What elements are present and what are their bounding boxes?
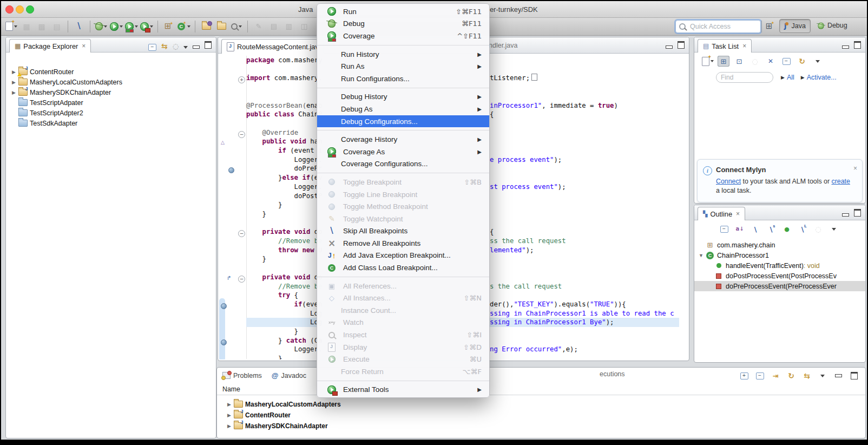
link-activate[interactable]: Activate... bbox=[807, 74, 837, 81]
menu-item-debug-configurations[interactable]: Debug Configurations... bbox=[317, 115, 489, 128]
view-menu-button[interactable] bbox=[828, 224, 840, 234]
breakpoint-icon[interactable] bbox=[221, 303, 227, 309]
scheduled-button[interactable]: ⊡ bbox=[733, 56, 745, 67]
column-header-name[interactable]: Name bbox=[217, 384, 865, 395]
close-icon[interactable]: × bbox=[82, 42, 86, 50]
hide-nonpublic-button[interactable]: ● bbox=[781, 224, 793, 234]
outline-item-com-mashery-chain[interactable]: ⊞com.mashery.chain bbox=[694, 240, 865, 250]
table-row-contentrouter[interactable]: ▶JContentRouter bbox=[217, 410, 865, 420]
minimize-button[interactable] bbox=[842, 41, 849, 51]
collapse-all-button[interactable]: − bbox=[754, 370, 766, 381]
outline-tree[interactable]: ⊞com.mashery.chain▼CChainProcessor1handl… bbox=[694, 240, 865, 362]
menu-item-run[interactable]: Run⇧⌘F11 bbox=[317, 5, 489, 18]
menu-item-coverage-configurations[interactable]: Coverage Configurations... bbox=[317, 158, 489, 171]
focus-button[interactable]: ◌ bbox=[173, 41, 179, 51]
menu-item-external-tools[interactable]: External Tools▶ bbox=[317, 384, 489, 396]
menu-item-run-as[interactable]: Run As▶ bbox=[317, 60, 489, 73]
view-menu-button[interactable] bbox=[812, 56, 824, 67]
toolbar-search-button[interactable] bbox=[229, 19, 244, 33]
reuse-editor-button[interactable]: ⇥ bbox=[770, 370, 781, 381]
tree-item-testscriptadpter2[interactable]: TestScriptAdpter2 bbox=[6, 108, 216, 118]
menu-item-remove-all-breakpoints[interactable]: ×Remove All Breakpoints bbox=[317, 237, 489, 250]
toolbar-open-task-button[interactable] bbox=[199, 19, 213, 33]
close-icon[interactable]: × bbox=[736, 210, 740, 218]
new-task-button[interactable] bbox=[702, 56, 714, 67]
menu-item-coverage[interactable]: Coverage^⇧F11 bbox=[317, 30, 489, 42]
link-editor-button[interactable]: ⇆ bbox=[801, 370, 813, 381]
tab-editor-inactive[interactable]: ndler.java bbox=[489, 42, 518, 49]
view-menu-button[interactable] bbox=[183, 41, 188, 51]
tab-editor-active[interactable]: RouteMessageContent.jav bbox=[221, 39, 324, 54]
outline-item-handleevent-trafficevent[interactable]: handleEvent(TrafficEvent) : void bbox=[694, 260, 865, 271]
tree-item-testsdkadapter[interactable]: TestSdkAdapter bbox=[6, 118, 216, 128]
zoom-window-button[interactable] bbox=[26, 5, 34, 14]
refresh-button[interactable]: ↻ bbox=[785, 370, 797, 381]
hide-static-button[interactable]: \s bbox=[765, 224, 777, 234]
tree-item-contentrouter[interactable]: ▶JContentRouter bbox=[6, 67, 216, 77]
toolbar-new-wizard-button[interactable] bbox=[4, 19, 18, 33]
outline-item-chainprocessor1[interactable]: ▼CChainProcessor1 bbox=[694, 250, 865, 260]
menu-item-debug[interactable]: Debug⌘F11 bbox=[317, 18, 489, 30]
mylyn-connect-link[interactable]: Connect bbox=[716, 178, 741, 185]
tab-outline[interactable]: ▚ Outline × bbox=[698, 207, 745, 220]
fold-minus-icon[interactable]: − bbox=[238, 131, 245, 138]
categorized-button[interactable]: ⊞ bbox=[718, 56, 729, 67]
package-explorer-tree[interactable]: ▶JContentRouter▶MasheryLocalCustomAdapte… bbox=[6, 55, 216, 438]
minimize-button[interactable] bbox=[842, 209, 849, 219]
toolbar-debug-button[interactable] bbox=[94, 19, 108, 33]
table-row-masherylocalcustomadapters[interactable]: ▶MasheryLocalCustomAdapters bbox=[217, 399, 865, 409]
menu-item-debug-history[interactable]: Debug History▶ bbox=[317, 91, 489, 103]
table-row-masherysdkchainadapter[interactable]: ▶JMasherySDKChainAdapter bbox=[217, 421, 865, 431]
hide-fields-button[interactable]: \ bbox=[749, 224, 761, 234]
close-icon[interactable]: × bbox=[742, 42, 746, 50]
tab-partial[interactable]: ecutions bbox=[600, 370, 625, 378]
synchronize-button[interactable]: ↻ bbox=[796, 56, 808, 67]
collapse-all-button[interactable]: − bbox=[718, 224, 730, 234]
tab-package-explorer[interactable]: ▦ Package Explorer × bbox=[9, 39, 91, 53]
minimize-button[interactable] bbox=[832, 370, 844, 381]
menu-item-coverage-as[interactable]: Coverage As▶ bbox=[317, 146, 489, 158]
fold-plus-icon[interactable]: + bbox=[238, 76, 245, 83]
breakpoint-icon[interactable] bbox=[228, 167, 234, 173]
toolbar-coverage-button[interactable] bbox=[124, 19, 139, 33]
tree-item-masherylocalcustomadapters[interactable]: ▶MasheryLocalCustomAdapters bbox=[6, 77, 216, 87]
hide-local-button[interactable]: \L bbox=[797, 224, 808, 234]
quick-access-box[interactable] bbox=[675, 20, 761, 33]
fold-minus-icon[interactable]: − bbox=[238, 230, 245, 237]
fold-minus-icon[interactable]: − bbox=[238, 276, 245, 283]
maximize-button[interactable] bbox=[854, 41, 861, 51]
breakpoint-icon[interactable] bbox=[221, 339, 227, 345]
maximize-button[interactable] bbox=[678, 41, 685, 51]
toolbar-open-resource-button[interactable] bbox=[214, 19, 228, 33]
toolbar-run-external-button[interactable] bbox=[140, 19, 154, 33]
hide-completed-button[interactable]: ✕ bbox=[765, 56, 777, 67]
tab-problems[interactable]: Problems bbox=[222, 372, 262, 379]
open-perspective-button[interactable]: ⊞✦ bbox=[763, 19, 777, 33]
minimize-window-button[interactable] bbox=[16, 5, 24, 14]
menu-item-run-configurations[interactable]: Run Configurations... bbox=[317, 73, 489, 85]
quick-access-input[interactable] bbox=[689, 22, 745, 31]
collapse-all-button[interactable]: − bbox=[780, 56, 792, 67]
link-editor-button[interactable]: ⇆ bbox=[161, 41, 168, 51]
maximize-button[interactable] bbox=[848, 370, 860, 381]
menu-item-add-java-exception-breakpoint[interactable]: Add Java Exception Breakpoint... bbox=[317, 250, 489, 262]
mylyn-create-link[interactable]: create bbox=[832, 178, 850, 185]
outline-item-dopostprocessevent-postprocessev[interactable]: doPostProcessEvent(PostProcessEv bbox=[694, 271, 865, 281]
maximize-button[interactable] bbox=[854, 209, 861, 219]
bottom-table[interactable]: ▶MasheryLocalCustomAdapters▶JContentRout… bbox=[217, 395, 865, 438]
menu-item-run-history[interactable]: Run History▶ bbox=[317, 48, 489, 61]
close-icon[interactable]: × bbox=[853, 165, 857, 172]
menu-item-coverage-history[interactable]: Coverage History▶ bbox=[317, 133, 489, 146]
minimize-button[interactable] bbox=[666, 41, 673, 51]
find-input[interactable] bbox=[716, 72, 773, 83]
toolbar-new-java-project-button[interactable]: ⊞✦ bbox=[162, 19, 176, 33]
perspective-debug-button[interactable]: Debug bbox=[813, 19, 852, 32]
perspective-java-button[interactable]: JJava bbox=[779, 19, 811, 33]
menu-item-debug-as[interactable]: Debug As▶ bbox=[317, 103, 489, 115]
view-menu-button[interactable] bbox=[817, 370, 828, 381]
tree-item-testscriptadpater[interactable]: TestScriptAdpater bbox=[6, 97, 216, 108]
minimize-button[interactable] bbox=[193, 41, 200, 51]
collapse-all-button[interactable]: − bbox=[148, 41, 156, 51]
tab-javadoc[interactable]: @Javadoc bbox=[272, 371, 306, 379]
tab-task-list[interactable]: ▤ Task List × bbox=[698, 39, 752, 53]
